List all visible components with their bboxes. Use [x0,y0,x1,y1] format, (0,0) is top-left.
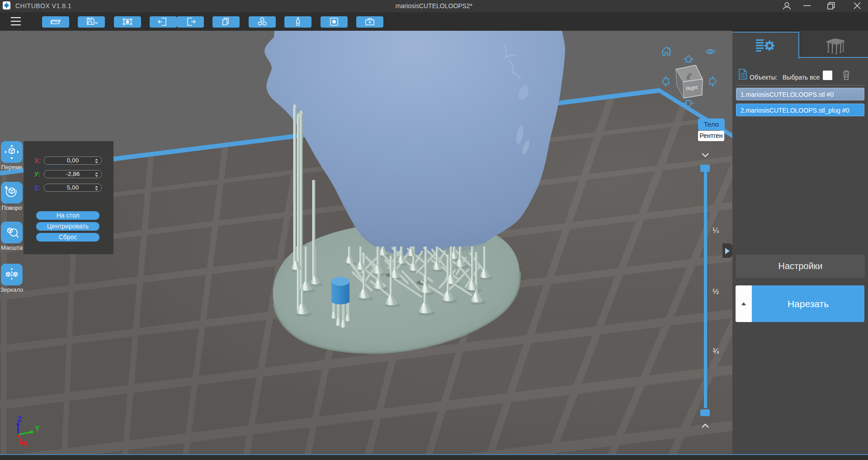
svg-text:Z: Z [17,415,22,424]
svg-text:Y: Y [35,424,40,433]
svg-text:¼: ¼ [712,226,719,235]
svg-text:¾: ¾ [712,347,719,356]
svg-text:½: ½ [712,287,719,296]
svg-text:X: X [23,440,28,448]
